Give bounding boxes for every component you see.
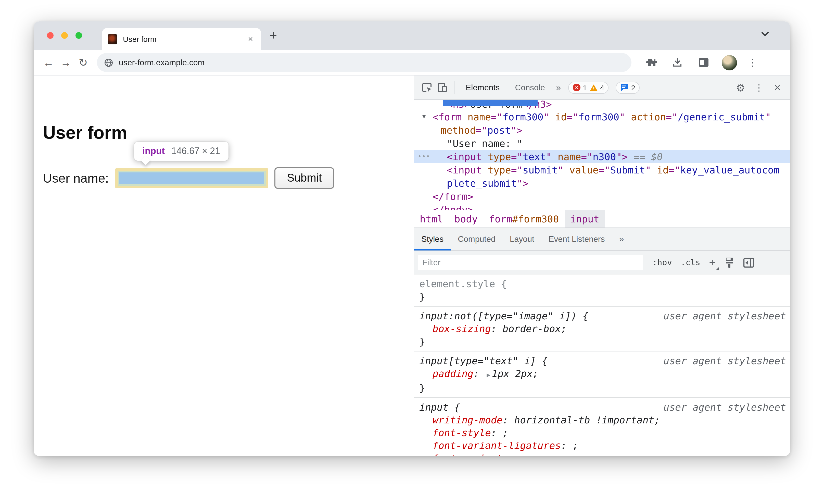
back-icon[interactable]: ←: [40, 57, 57, 69]
code-token: ": [645, 164, 657, 176]
code-token: text: [523, 151, 546, 162]
user-form-row: User name: Submit: [43, 167, 334, 189]
style-declaration[interactable]: writing-mode: horizontal-tb !important;: [414, 414, 790, 426]
expander-arrow-icon[interactable]: ▼: [422, 110, 426, 123]
declaration-property: box-sizing: [432, 323, 491, 334]
pane-tab-styles[interactable]: Styles: [414, 228, 451, 250]
new-tab-button[interactable]: +: [269, 27, 277, 43]
dom-tree-row[interactable]: <input type="submit" value="Submit" id="…: [414, 163, 790, 177]
tab-search-chevron-icon[interactable]: [761, 32, 769, 36]
code-token: =": [511, 164, 523, 176]
devtools-menu-icon[interactable]: ⋮: [751, 80, 766, 95]
close-devtools-icon[interactable]: ×: [770, 80, 785, 95]
code-token: ": [619, 111, 631, 122]
code-token: ": [546, 151, 558, 162]
style-declaration[interactable]: padding: ▶1px 2px;: [414, 367, 790, 382]
style-rule: input:not([type="image" i]) {user agent …: [414, 307, 790, 351]
tooltip-tag-name: input: [142, 146, 165, 157]
code-token: ">: [616, 151, 634, 162]
declaration-value: 1px 2px;: [492, 368, 538, 379]
dom-tree-row[interactable]: plete_submit">: [414, 177, 790, 190]
rule-selector[interactable]: input {: [419, 401, 460, 414]
pane-tab-computed[interactable]: Computed: [451, 228, 503, 250]
code-token: =": [666, 111, 678, 122]
maximize-window-button[interactable]: [76, 32, 82, 39]
breadcrumb-item[interactable]: html: [414, 210, 449, 227]
dom-tree: <h3>User form</h3>▼<form name="form300" …: [414, 100, 790, 210]
pane-tab-event-listeners[interactable]: Event Listeners: [541, 228, 612, 250]
breadcrumb-item[interactable]: form#form300: [483, 210, 564, 227]
rule-origin-link[interactable]: user agent stylesheet: [663, 310, 786, 322]
declaration-value: horizontal-tb !important;: [514, 414, 660, 425]
pseudo-state-toggle[interactable]: :hov: [652, 258, 672, 267]
device-toolbar-icon[interactable]: [434, 80, 450, 95]
forward-icon[interactable]: →: [57, 57, 75, 69]
dom-tree-row[interactable]: "User name: ": [414, 137, 790, 150]
dom-tree-row[interactable]: <h3>User form</h3>: [414, 100, 790, 110]
style-declaration[interactable]: font-variant-caps: ;: [414, 452, 790, 456]
rule-closing-brace: }: [414, 382, 790, 394]
dom-tree-row[interactable]: ▼<form name="form300" id="form300" actio…: [414, 110, 790, 123]
issues-icon: [620, 84, 629, 91]
new-style-rule-button[interactable]: +: [709, 256, 716, 269]
rule-selector[interactable]: input[type="text" i] {: [419, 355, 547, 367]
dom-tree-row[interactable]: </body>: [414, 203, 790, 210]
rule-origin-link[interactable]: user agent stylesheet: [663, 355, 786, 367]
rule-selector[interactable]: element.style {: [419, 278, 507, 290]
extensions-puzzle-icon[interactable]: [644, 55, 659, 70]
filter-toggles: :hov .cls +: [652, 256, 754, 269]
dom-tree-row[interactable]: </form>: [414, 190, 790, 203]
pane-tab-list: StylesComputedLayoutEvent Listeners: [414, 228, 612, 250]
breadcrumb-item[interactable]: input: [564, 210, 605, 227]
address-bar[interactable]: user-form.example.com: [97, 53, 631, 72]
browser-menu-icon[interactable]: ⋮: [748, 57, 758, 68]
inspect-element-icon[interactable]: [419, 80, 434, 95]
errors-warnings-badge[interactable]: × 1 ! 4: [568, 81, 609, 94]
style-declaration[interactable]: font-style: ;: [414, 426, 790, 439]
new-rule-dropdown-corner: [716, 267, 719, 270]
site-info-globe-icon[interactable]: [104, 58, 113, 67]
style-declaration[interactable]: font-variant-ligatures: ;: [414, 439, 790, 452]
devtools-tab-console[interactable]: Console: [515, 83, 545, 92]
dom-tree-row[interactable]: •••<input type="text" name="n300"> == $0: [414, 150, 790, 163]
tab-close-icon[interactable]: ×: [246, 34, 255, 44]
code-token: <form: [432, 111, 468, 122]
more-panes-icon[interactable]: »: [619, 234, 624, 244]
minimize-window-button[interactable]: [61, 32, 68, 39]
styles-filter-input[interactable]: [418, 255, 643, 270]
rendering-paint-icon[interactable]: [724, 257, 734, 268]
dom-tree-row[interactable]: method="post">: [414, 123, 790, 137]
code-token: id: [657, 164, 669, 176]
rule-closing-brace: }: [414, 290, 790, 303]
username-input[interactable]: [115, 168, 268, 188]
close-window-button[interactable]: [47, 32, 54, 39]
code-token: <input: [447, 151, 488, 162]
declaration-property: font-variant-ligatures: [432, 440, 561, 451]
style-declaration[interactable]: box-sizing: border-box;: [414, 322, 790, 335]
screen: User form × + ← → ↻ user-form.example.co…: [0, 0, 824, 504]
reload-icon[interactable]: ↻: [75, 57, 92, 69]
page-title: User form: [43, 122, 127, 143]
window-controls: [47, 32, 82, 39]
devtools-tab-elements[interactable]: Elements: [466, 83, 500, 92]
code-token: =": [511, 151, 523, 162]
rule-origin-link[interactable]: user agent stylesheet: [663, 401, 786, 414]
pane-tab-layout[interactable]: Layout: [503, 228, 541, 250]
side-panel-icon[interactable]: [696, 55, 711, 70]
rule-selector[interactable]: input:not([type="image" i]) {: [419, 310, 588, 322]
dom-code-line: method="post">: [414, 123, 522, 137]
settings-gear-icon[interactable]: ⚙: [733, 80, 748, 95]
issues-badge[interactable]: 2: [616, 81, 640, 94]
submit-button[interactable]: Submit: [275, 167, 334, 189]
profile-avatar[interactable]: [722, 55, 737, 70]
browser-tab[interactable]: User form ×: [102, 28, 261, 50]
collapse-panel-icon[interactable]: [743, 258, 754, 268]
download-icon[interactable]: [670, 55, 685, 70]
class-toggle[interactable]: .cls: [681, 258, 700, 267]
url-text: user-form.example.com: [119, 58, 205, 67]
code-token: /generic_submit: [678, 111, 765, 122]
more-tabs-icon[interactable]: »: [556, 82, 561, 93]
toolbar-divider: [454, 81, 454, 94]
breadcrumb-item[interactable]: body: [449, 210, 484, 227]
expand-shorthand-icon[interactable]: ▶: [485, 371, 492, 379]
